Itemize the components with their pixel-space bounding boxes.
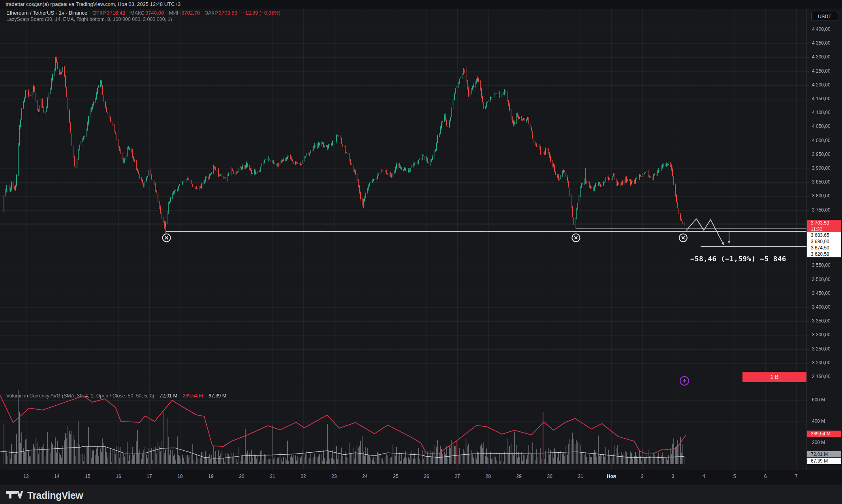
price-tick-label: 3 750,00 [812,207,831,213]
time-tick-label: 26 [424,474,429,479]
time-tick-label: 16 [116,474,121,479]
volume-last-label: 67,39 М [807,458,841,464]
open-value: 3716,42 [107,10,125,16]
symbol-title[interactable]: Ethereum / TetherUS · 1ч · Binance [6,10,87,16]
price-tick-label: 3 300,00 [812,332,831,337]
high-label: МАКС [130,10,145,16]
time-tick-label: 19 [208,474,213,479]
time-tick-label: 7 [795,474,798,479]
bar-countdown: 11:32 [807,226,841,232]
volume-value-1: 72,01 М [160,393,177,399]
price-tick-label: 3 900,00 [812,165,831,171]
volume-tick-label: 400 М [812,418,825,424]
time-tick-label: 30 [547,474,552,479]
time-tick-label: Ноя [607,474,616,479]
tradingview-logo[interactable]: TradingView [6,489,83,502]
indicator-title[interactable]: LazyScalp Board (30, 14, EMA, Right bott… [6,17,172,22]
price-tick-label: 4 050,00 [812,124,831,129]
price-tick-label: 4 250,00 [812,68,831,74]
time-tick-label: 5 [733,474,736,479]
time-tick-label: 31 [578,474,583,479]
flash-icon[interactable] [679,375,690,386]
time-tick-label: 23 [331,474,336,479]
time-tick-label: 13 [23,474,28,479]
price-tick-label: 3 850,00 [812,179,831,185]
price-tick-label: 3 350,00 [812,318,831,324]
time-tick-label: 6 [764,474,767,479]
open-label: ОТКР [92,10,106,16]
time-tick-label: 27 [455,474,460,479]
indicator-legend[interactable]: LazyScalp Board (30, 14, EMA, Right bott… [6,17,172,22]
symbol-legend[interactable]: Ethereum / TetherUS · 1ч · Binance ОТКР3… [6,10,280,16]
low-value: 3702,70 [181,10,200,16]
change-value: −12,89 (−0,35%) [242,10,280,16]
footer-bar: TradingView [0,485,842,504]
volume-legend[interactable]: Volume in Currency AVG (SMA, 30, 4, 1, O… [6,393,226,399]
volume-avg-red-label: 269,54 М [807,431,841,437]
time-tick-label: 29 [516,474,521,479]
price-tick-label: 3 800,00 [812,193,831,199]
price-chart-canvas[interactable] [0,0,842,504]
level-price-label: 3 674,50 [807,245,841,251]
current-price-label: 3 703,53 11:32 [807,220,841,232]
price-tick-label: 4 100,00 [812,110,831,115]
price-tick-label: 3 950,00 [812,152,831,157]
tradingview-logo-text: TradingView [27,490,83,501]
time-tick-label: 4 [703,474,705,479]
time-tick-label: 20 [239,474,244,479]
time-tick-label: 25 [393,474,398,479]
time-tick-label: 21 [270,474,275,479]
price-tick-label: 3 200,00 [812,360,831,365]
tradingview-logo-icon [6,489,24,502]
attribution-bar: tradettar создал(а) график на TradingVie… [0,0,842,9]
price-tick-label: 4 350,00 [812,40,831,46]
volume-indicator-title[interactable]: Volume in Currency AVG (SMA, 30, 4, 1, O… [6,393,154,399]
time-tick-label: 2 [641,474,644,479]
price-tick-label: 3 500,00 [812,277,831,282]
time-scale-axis[interactable]: 13141516171819202122232425262728293031Но… [0,470,842,485]
time-tick-label: 17 [147,474,152,479]
price-tick-label: 4 000,00 [812,138,831,143]
measure-annotation: −58,46 (−1,59%) −5 846 [690,255,786,263]
price-tick-label: 4 400,00 [812,26,831,32]
time-tick-label: 28 [485,474,491,479]
level-price-label: 3 620,58 [807,251,841,257]
high-value: 3740,00 [145,10,164,16]
price-tick-label: 3 550,00 [812,262,831,268]
volume-tick-label: 200 М [812,440,825,445]
price-tick-label: 4 150,00 [812,96,831,101]
close-label: ЗАКР [205,10,218,16]
time-tick-label: 15 [85,474,90,479]
price-tick-label: 4 300,00 [812,54,831,60]
volume-value-3: 67,39 М [209,393,226,399]
level-price-label: 3 680,00 [807,238,841,245]
sell-order-button[interactable]: 1 В [742,372,806,382]
current-price-value: 3 703,53 [807,220,841,226]
low-label: МИН [169,10,181,16]
price-tick-label: 3 450,00 [812,290,831,296]
tradingview-snapshot: tradettar создал(а) график на TradingVie… [0,0,842,504]
time-tick-label: 18 [177,474,182,479]
volume-avg-gray-label: 72,01 М [807,451,841,457]
price-tick-label: 3 250,00 [812,346,831,352]
time-tick-label: 3 [672,474,675,479]
volume-tick-label: 600 М [812,397,825,403]
price-tick-label: 3 400,00 [812,304,831,310]
time-tick-label: 14 [54,474,59,479]
level-price-label: 3 683,65 [807,232,841,238]
price-tick-label: 3 150,00 [812,374,831,379]
volume-value-2: 269,54 М [182,393,203,399]
time-tick-label: 24 [362,474,367,479]
price-tick-label: 4 200,00 [812,82,831,88]
attribution-text: tradettar создал(а) график на TradingVie… [6,1,180,7]
time-tick-label: 22 [301,474,306,479]
close-value: 3703,53 [219,10,237,16]
